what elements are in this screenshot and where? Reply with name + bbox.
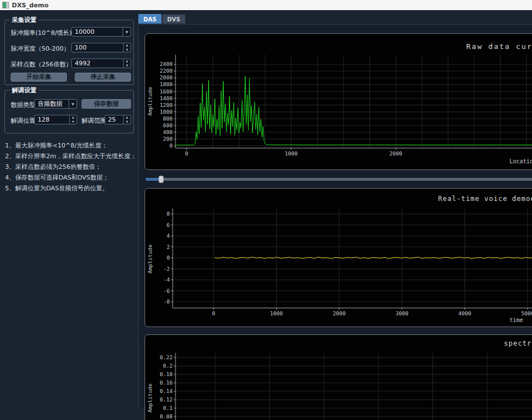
slider-handle[interactable] [159,176,164,183]
svg-text:8: 8 [166,211,170,217]
main-window: 采集设置 脉冲频率(10^8/缆长) ▼ 脉冲宽度（50-200） ▲ ▼ 采样… [0,11,532,420]
svg-text:-8: -8 [164,298,170,305]
spin-up-icon[interactable]: ▲ [124,115,130,120]
svg-text:-4: -4 [164,276,170,283]
svg-text:0.2: 0.2 [163,363,173,369]
note-line-2: 2、采样分辨率2m，采样点数应大于光缆长度； [5,151,139,162]
svg-text:200: 200 [163,136,173,142]
raw-data-chart-panel: 0200400600800100012001400160018002000220… [145,33,532,170]
svg-text:1200: 1200 [160,102,173,108]
voice-demod-chart-panel: -8-6-4-202468010002000300040005000Real-t… [145,188,532,327]
spin-down-icon[interactable]: ▼ [124,64,130,68]
svg-text:Location: Location [510,158,532,164]
spectrum-chart: 0.220.20.180.160.140.120.10.080.06spectr… [145,335,532,420]
title-bar: DXS_demo [0,0,532,11]
svg-text:0.12: 0.12 [160,396,173,403]
note-line-1: 1、最大脉冲频率<10^8/光缆长度； [5,140,139,151]
chevron-down-icon[interactable]: ▼ [123,28,130,36]
chevron-down-icon[interactable]: ▼ [69,100,76,108]
slider-track[interactable] [146,178,532,181]
demod-position-spinbox[interactable]: ▲ ▼ [34,115,77,124]
pulse-width-spinbox[interactable]: ▲ ▼ [71,43,131,52]
svg-text:1000: 1000 [270,310,283,316]
right-pane: DAS DVS 02004006008001000120014001600180… [138,11,532,420]
svg-text:-6: -6 [164,288,170,294]
demodulation-settings-group: 解调设置 数据类型 ▼ 保存数据 解调位置 ▲ ▼ 解调范围 ▲ ▼ [4,90,134,133]
svg-text:0: 0 [166,254,170,261]
demod-range-label: 解调范围 [82,117,106,125]
svg-text:0.08: 0.08 [160,413,173,419]
spin-up-icon[interactable]: ▲ [124,59,130,64]
app-icon [2,2,9,8]
svg-text:2200: 2200 [160,68,173,74]
spin-down-icon[interactable]: ▼ [70,120,76,124]
svg-text:0.14: 0.14 [160,388,173,394]
svg-text:Amplitude: Amplitude [147,244,153,274]
svg-text:0.18: 0.18 [160,371,173,377]
sample-points-value[interactable] [72,59,130,68]
start-acquisition-button[interactable]: 开始采集 [11,73,67,82]
acquisition-group-title: 采集设置 [10,16,39,24]
svg-text:Raw data curve: Raw data curve [466,42,532,51]
svg-text:0: 0 [169,142,173,149]
svg-text:Amplitude: Amplitude [147,87,153,116]
voice-demod-chart: -8-6-4-202468010002000300040005000Real-t… [145,189,532,327]
svg-text:5000: 5000 [521,310,532,316]
svg-text:-2: -2 [164,266,170,272]
svg-text:600: 600 [163,122,173,128]
spectrum-chart-panel: 0.220.20.180.160.140.120.10.080.06spectr… [145,334,532,420]
svg-text:0.1: 0.1 [163,405,173,411]
svg-text:3000: 3000 [395,310,408,316]
svg-text:0: 0 [185,150,188,157]
stop-acquisition-button[interactable]: 停止采集 [75,73,131,82]
spin-down-icon[interactable]: ▼ [124,48,130,52]
slider-fill [146,178,159,181]
pulse-frequency-label: 脉冲频率(10^8/缆长) [11,29,72,37]
pulse-width-value[interactable] [72,43,130,52]
pulse-frequency-combobox[interactable]: ▼ [71,27,131,37]
demodulation-group-title: 解调设置 [10,86,39,95]
tab-bar: DAS DVS [138,14,186,24]
note-line-5: 5、解调位置为DAS音频信号的位置。 [5,183,139,194]
window-title: DXS_demo [12,2,48,9]
svg-text:1000: 1000 [160,109,173,115]
demod-position-label: 解调位置 [11,117,35,125]
tab-content-pane: 0200400600800100012001400160018002000220… [138,24,532,407]
save-data-button[interactable]: 保存数据 [82,99,131,109]
data-type-combobox[interactable]: ▼ [34,99,77,109]
data-type-label: 数据类型 [11,101,35,109]
svg-text:2000: 2000 [389,150,402,157]
svg-text:time: time [510,317,523,323]
pulse-width-label: 脉冲宽度（50-200） [11,44,70,53]
sample-points-spinbox[interactable]: ▲ ▼ [71,59,131,68]
note-line-4: 4、保存数据可选择DAS和DVS数据； [5,172,139,183]
svg-text:1800: 1800 [160,81,173,87]
tab-dvs[interactable]: DVS [162,14,185,24]
svg-text:0.22: 0.22 [160,354,173,360]
svg-text:Real-time voice demod: Real-time voice demod [438,195,532,203]
hint-notes: 1、最大脉冲频率<10^8/光缆长度； 2、采样分辨率2m，采样点数应大于光缆长… [5,140,139,194]
svg-text:1600: 1600 [160,88,173,95]
svg-text:400: 400 [163,129,173,135]
svg-text:2: 2 [166,244,170,250]
svg-text:4000: 4000 [458,310,471,316]
svg-text:2000: 2000 [160,74,173,81]
svg-text:2000: 2000 [333,310,346,316]
spin-down-icon[interactable]: ▼ [124,120,130,124]
svg-text:Amplitude: Amplitude [147,383,153,413]
raw-data-chart: 0200400600800100012001400160018002000220… [145,34,532,169]
pulse-frequency-value[interactable] [72,28,130,36]
demod-range-spinbox[interactable]: ▲ ▼ [105,115,131,124]
svg-text:1000: 1000 [285,150,297,157]
svg-text:4: 4 [166,233,170,239]
note-line-3: 3、采样点数必须为256的整数倍； [5,162,139,172]
svg-text:spectrum: spectrum [504,339,532,347]
spin-up-icon[interactable]: ▲ [70,115,76,120]
svg-text:2400: 2400 [160,61,173,67]
tab-das[interactable]: DAS [138,14,161,24]
spin-up-icon[interactable]: ▲ [124,43,130,48]
location-slider[interactable] [146,176,532,184]
svg-text:1400: 1400 [160,95,173,101]
svg-text:6: 6 [166,222,170,228]
svg-text:0: 0 [212,310,215,316]
